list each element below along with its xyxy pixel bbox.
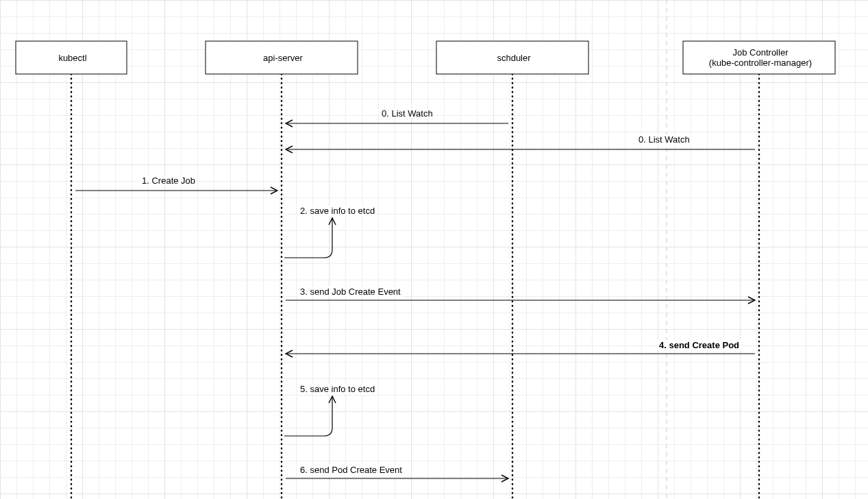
message-label: 1. Create Job	[140, 175, 197, 186]
message-label: 2. save info to etcd	[299, 206, 376, 216]
participant-jobctrl: Job Controller (kube-controller-manager)	[683, 41, 838, 74]
message-label: 6. send Pod Create Event	[299, 465, 404, 475]
participant-scheduler: schduler	[436, 41, 591, 74]
message-label: 0. List Watch	[637, 134, 691, 145]
message-label: 3. send Job Create Event	[299, 287, 402, 297]
diagram-canvas: kubectlapi-serverschdulerJob Controller …	[0, 0, 868, 499]
participant-kubectl: kubectl	[16, 41, 129, 74]
message-label: 5. save info to etcd	[299, 384, 376, 394]
message-label: 0. List Watch	[380, 108, 434, 119]
message-label: 4. send Create Pod	[658, 340, 741, 350]
grid-background	[0, 0, 868, 499]
participant-apiserver: api-server	[206, 41, 360, 74]
